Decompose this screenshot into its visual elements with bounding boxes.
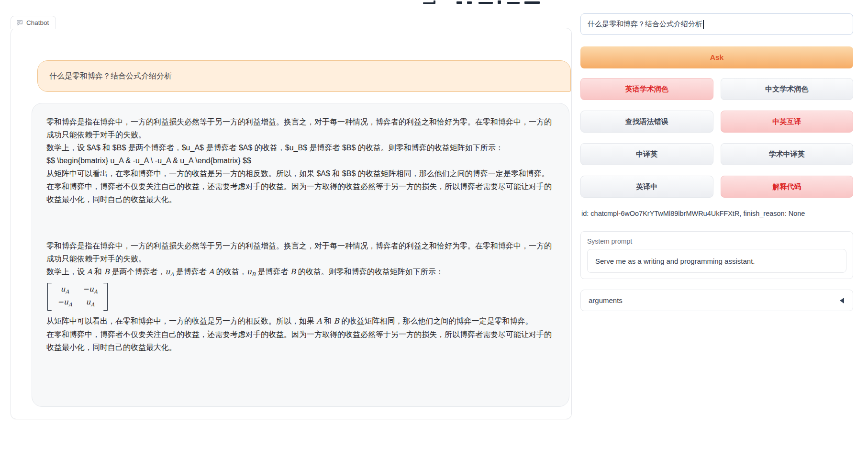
action-button-解释代码[interactable]: 解释代码 xyxy=(721,176,854,198)
question-input[interactable]: 什么是零和博弈？结合公式介绍分析 xyxy=(580,13,853,35)
action-button-中文学术润色[interactable]: 中文学术润色 xyxy=(721,78,854,100)
action-button-中译英[interactable]: 中译英 xyxy=(580,143,713,165)
question-input-value: 什么是零和博弈？结合公式介绍分析 xyxy=(588,20,702,29)
bot-message-paragraph: 从矩阵中可以看出，在零和博弈中，一方的收益是另一方的相反数。所以，如果 A 和 … xyxy=(46,314,555,328)
system-prompt-label: System prompt xyxy=(587,237,846,245)
action-button-英语学术润色[interactable]: 英语学术润色 xyxy=(580,78,713,100)
action-button-英译中[interactable]: 英译中 xyxy=(580,176,713,198)
controls-column: 什么是零和博弈？结合公式介绍分析 Ask 英语学术润色中文学术润色查找语法错误中… xyxy=(580,0,853,460)
ask-button[interactable]: Ask xyxy=(580,46,853,68)
bot-message-paragraph: 零和博弈是指在博弈中，一方的利益损失必然等于另一方的利益增益。换言之，对于每一种… xyxy=(46,115,555,141)
action-button-中英互译[interactable]: 中英互译 xyxy=(721,111,854,133)
bot-message-paragraph: 在零和博弈中，博弈者不仅要关注自己的收益，还需要考虑对手的收益。因为一方取得的收… xyxy=(46,328,555,354)
bot-message-paragraph: $$ \begin{bmatrix} u_A & -u_A \ -u_A & u… xyxy=(46,154,555,167)
matrix-cell: uA xyxy=(83,297,98,310)
arguments-accordion-label: arguments xyxy=(589,296,623,304)
system-prompt-value: Serve me as a writing and programming as… xyxy=(595,257,755,265)
user-message-text: 什么是零和博弈？结合公式介绍分析 xyxy=(49,71,172,81)
action-button-grid: 英语学术润色中文学术润色查找语法错误中英互译中译英学术中译英英译中解释代码 xyxy=(580,78,853,198)
paragraph-spacer xyxy=(46,206,555,239)
page-title-clipped xyxy=(421,0,550,4)
chatbot-panel-label-text: Chatbot xyxy=(26,19,49,26)
bot-message-bubble: 零和博弈是指在博弈中，一方的利益损失必然等于另一方的利益增益。换言之，对于每一种… xyxy=(32,103,569,407)
bot-message-paragraph: 从矩阵中可以看出，在零和博弈中，一方的收益是另一方的相反数。所以，如果 $A$ … xyxy=(46,167,555,180)
accordion-collapsed-triangle-icon xyxy=(840,298,844,303)
matrix-cell: uA xyxy=(57,284,72,297)
matrix-cell: −uA xyxy=(83,284,98,297)
bot-message-paragraph: 在零和博弈中，博弈者不仅要关注自己的收益，还需要考虑对手的收益。因为一方取得的收… xyxy=(46,180,555,206)
user-message-bubble: 什么是零和博弈？结合公式介绍分析 xyxy=(37,60,571,92)
action-button-查找语法错误[interactable]: 查找语法错误 xyxy=(580,111,713,133)
action-button-学术中译英[interactable]: 学术中译英 xyxy=(721,143,854,165)
chatbot-panel-label: Chatbot xyxy=(11,16,56,29)
text-caret xyxy=(703,20,704,29)
chat-bubble-icon xyxy=(16,19,23,26)
bot-message-paragraph: 零和博弈是指在博弈中，一方的利益损失必然等于另一方的利益增益。换言之，对于每一种… xyxy=(46,239,555,265)
bot-message-paragraph: 数学上，设 A 和 B 是两个博弈者，uA 是博弈者 A 的收益，uB 是博弈者… xyxy=(46,265,555,281)
system-prompt-group: System prompt Serve me as a writing and … xyxy=(580,231,853,279)
chatbot-panel: 什么是零和博弈？结合公式介绍分析 零和博弈是指在博弈中，一方的利益损失必然等于另… xyxy=(11,28,572,419)
system-prompt-input[interactable]: Serve me as a writing and programming as… xyxy=(587,249,846,273)
payoff-matrix: uA−uA−uAuA xyxy=(46,281,555,314)
status-line: id: chatcmpl-6wOo7KrYTwMl89lbrMWRu4UkFFX… xyxy=(581,210,805,217)
bot-message-paragraph: 数学上，设 $A$ 和 $B$ 是两个博弈者，$u_A$ 是博弈者 $A$ 的收… xyxy=(46,141,555,154)
arguments-accordion[interactable]: arguments xyxy=(580,290,853,311)
matrix-cell: −uA xyxy=(57,297,72,310)
